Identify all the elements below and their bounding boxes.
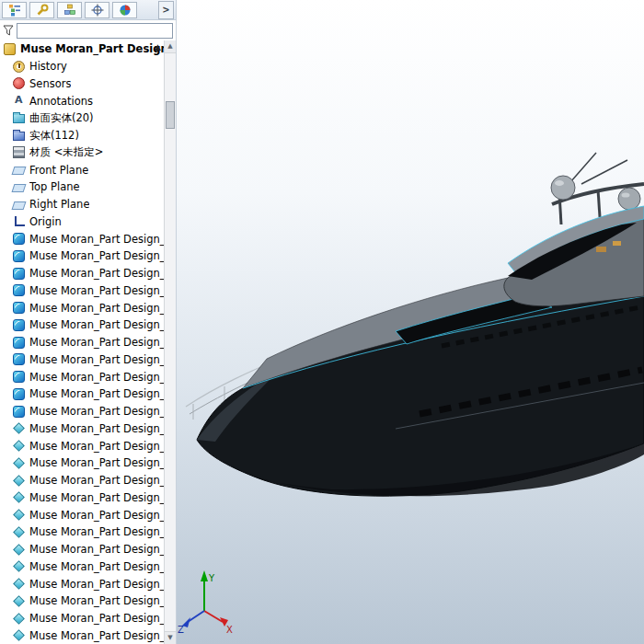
tree-item[interactable]: Muse Moran_Part Design_005 (0, 558, 164, 576)
tree-item-label: Muse Moran_Part Design_005 (29, 318, 164, 331)
tree-item[interactable]: Muse Moran_Part Design_005 (0, 575, 164, 592)
tree-root-item[interactable]: Muse Moran_Part Design_Export F ▲ (0, 40, 164, 58)
plane-icon (12, 184, 27, 192)
tree-item[interactable]: Muse Moran_Part Design_005 (0, 627, 164, 644)
tree-item-label: Muse Moran_Part Design_005 (29, 456, 164, 469)
tree-item-label: Muse Moran_Part Design_005 (29, 491, 164, 504)
tree-item-label: Muse Moran_Part Design_005 (29, 474, 164, 487)
tree-item[interactable]: Muse Moran_Part Design_005 (0, 610, 164, 627)
scrollbar-thumb[interactable] (166, 101, 175, 129)
tree-item[interactable]: Muse Moran_Part Design_005 (0, 420, 164, 438)
tree-item-label: Muse Moran_Part Design_005 (29, 353, 164, 366)
expand-panel-tabs-button[interactable]: > (158, 1, 174, 19)
tree-item[interactable]: Muse Moran_Part Design_005 (0, 403, 164, 420)
tree-item[interactable]: Annotations (0, 92, 164, 109)
coordinate-triad: Y X Z (177, 569, 236, 640)
tree-item-label: Muse Moran_Part Design_005 (29, 578, 164, 591)
tree-item-label: Muse Moran_Part Design_005 (29, 387, 164, 400)
imported-body-icon (13, 526, 25, 538)
tree-item[interactable]: History (0, 58, 164, 75)
tree-item[interactable]: Muse Moran_Part Design_005 (0, 368, 164, 385)
tree-item[interactable]: Muse Moran_Part Design_005 (0, 351, 164, 369)
tree-item[interactable]: Muse Moran_Part Design_005 (0, 230, 164, 247)
plane-icon (12, 201, 27, 210)
tree-scrollbar[interactable]: ▲ ▼ (164, 40, 176, 644)
surface-body-icon (13, 406, 25, 418)
surface-body-icon (13, 268, 25, 280)
tree-filter-row (0, 20, 176, 40)
surface-body-icon (13, 250, 25, 262)
tree-item[interactable]: Right Plane (0, 196, 164, 213)
tree-item-label: Muse Moran_Part Design_005 (29, 525, 164, 538)
surface-folder-icon (13, 114, 25, 123)
tree-item-label: 实体(112) (29, 129, 79, 143)
imported-body-icon (13, 544, 25, 556)
tree-item-label: 曲面实体(20) (29, 111, 94, 125)
featuremanager-tab[interactable] (2, 2, 27, 18)
tree-item[interactable]: Muse Moran_Part Design_005 (0, 472, 164, 489)
solidworks-window: Y X Z > (0, 0, 644, 644)
imported-body-icon (13, 457, 25, 469)
tree-item[interactable]: Muse Moran_Part Design_005 (0, 385, 164, 403)
imported-body-icon (13, 509, 25, 521)
tree-item[interactable]: Muse Moran_Part Design_005 (0, 334, 164, 351)
surface-body-icon (13, 353, 25, 365)
yacht-model (166, 138, 644, 570)
configurationmanager-tab[interactable] (57, 2, 82, 18)
triad-z-label: Z (178, 625, 184, 635)
tree-item-label: Muse Moran_Part Design_005 (29, 509, 164, 522)
material-icon (13, 146, 25, 158)
tree-item[interactable]: Front Plane (0, 161, 164, 178)
tree-item-label: Muse Moran_Part Design_005 (29, 629, 164, 642)
feature-tree-wrap: Muse Moran_Part Design_Export F ▲ Histor… (0, 40, 176, 644)
tree-item[interactable]: Muse Moran_Part Design_005 (0, 316, 164, 334)
featuremanager-panel: Muse Moran_Part Design_Export F ▲ Histor… (0, 20, 177, 644)
tree-item[interactable]: 材质 <未指定> (0, 144, 164, 162)
annotations-icon (13, 95, 25, 107)
dimxpertmanager-tab[interactable] (85, 2, 109, 18)
imported-body-icon (13, 630, 25, 642)
surface-body-icon (13, 337, 25, 349)
tree-item[interactable]: Origin (0, 213, 164, 231)
imported-body-icon (13, 595, 25, 607)
displaymanager-tab[interactable] (112, 2, 137, 18)
tree-item[interactable]: Muse Moran_Part Design_005 (0, 282, 164, 300)
scrollbar-up-icon[interactable]: ▲ (165, 40, 176, 53)
surface-body-icon (13, 371, 25, 383)
imported-body-icon (13, 561, 25, 573)
imported-body-icon (13, 578, 25, 590)
tree-filter-input[interactable] (17, 23, 173, 39)
tree-item-label: Muse Moran_Part Design_005 (29, 336, 164, 349)
surface-body-icon (13, 319, 25, 331)
tree-item-label: Muse Moran_Part Design_005 (29, 594, 164, 607)
panel-tab-toolbar: > (0, 0, 177, 20)
history-icon (13, 61, 25, 73)
tree-item[interactable]: Muse Moran_Part Design_005 (0, 523, 164, 541)
tree-item[interactable]: Muse Moran_Part Design_005 (0, 592, 164, 610)
tree-item[interactable]: Muse Moran_Part Design_005 (0, 437, 164, 454)
tree-item-label: Muse Moran_Part Design_005 (29, 249, 164, 262)
filter-funnel-icon[interactable] (3, 25, 14, 37)
tree-item[interactable]: Muse Moran_Part Design_005 (0, 247, 164, 265)
tree-item[interactable]: Muse Moran_Part Design_005 (0, 506, 164, 523)
imported-body-icon (13, 423, 25, 435)
imported-body-icon (13, 613, 25, 625)
tree-item[interactable]: Muse Moran_Part Design_005 (0, 299, 164, 316)
part-icon (4, 43, 16, 55)
tree-item[interactable]: Top Plane (0, 178, 164, 196)
tree-item-label: Muse Moran_Part Design_005 (29, 284, 164, 297)
collapse-tree-icon[interactable]: ▲ (155, 42, 161, 52)
tree-item-label: Muse Moran_Part Design_005 (29, 560, 164, 573)
origin-icon (13, 215, 25, 227)
tree-item[interactable]: 实体(112) (0, 127, 164, 144)
scrollbar-down-icon[interactable]: ▼ (165, 631, 176, 644)
tree-item[interactable]: Muse Moran_Part Design_005 (0, 489, 164, 507)
imported-body-icon (13, 475, 25, 487)
tree-item[interactable]: Muse Moran_Part Design_005 (0, 265, 164, 282)
tree-item[interactable]: 曲面实体(20) (0, 109, 164, 127)
tree-item[interactable]: Muse Moran_Part Design_005 (0, 541, 164, 558)
tree-item-label: Muse Moran_Part Design_005 (29, 302, 164, 315)
tree-item[interactable]: Muse Moran_Part Design_005 (0, 454, 164, 472)
propertymanager-tab[interactable] (29, 2, 54, 18)
tree-item[interactable]: Sensors (0, 75, 164, 93)
